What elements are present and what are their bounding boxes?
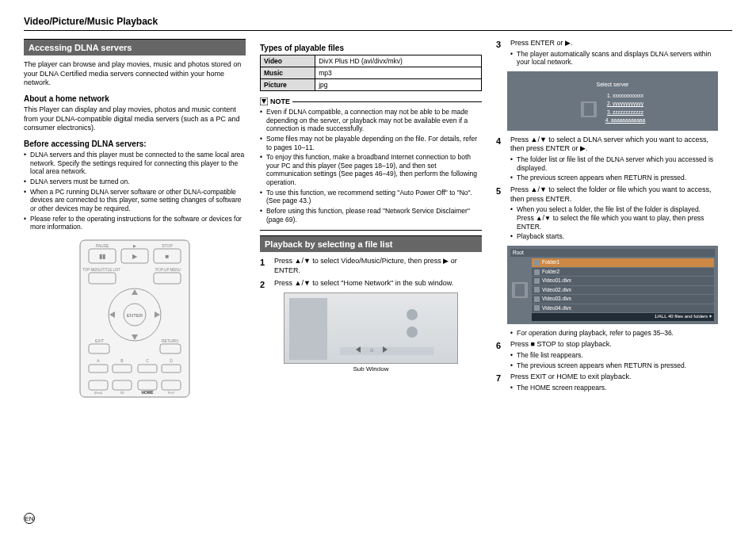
select-server-title: Select server xyxy=(512,81,713,88)
server-item: 3. zzzzzzzzzzzz xyxy=(605,109,646,116)
step-1-text: Press ▲/▼ to select Video/Music/Picture,… xyxy=(274,257,457,274)
svg-text:PAUSE: PAUSE xyxy=(96,243,109,248)
film-icon xyxy=(511,281,529,299)
svg-rect-0 xyxy=(80,240,189,397)
after-root: For operation during playback, refer to … xyxy=(510,329,718,338)
server-item: 1. xxxxxxxxxxxx xyxy=(605,93,646,99)
note-bullet: To use this function, we recommend setti… xyxy=(260,189,482,205)
note-bullets: Even if DLNA compatible, a connection ma… xyxy=(260,108,482,224)
step-1: Press ▲/▼ to select Video/Music/Picture,… xyxy=(260,257,482,275)
steps-continued: Press ENTER or ▶. The player automatical… xyxy=(496,39,718,392)
step6-sub: The previous screen appears when RETURN … xyxy=(510,361,718,370)
page-title: Video/Picture/Music Playback xyxy=(24,16,732,27)
step-4-text: Press ▲/▼ to select a DLNA server which … xyxy=(510,136,708,153)
svg-marker-43 xyxy=(383,346,388,353)
step-2-text: Press ▲/▼ to select "Home Network" in th… xyxy=(274,279,453,287)
step-4: Press ▲/▼ to select a DLNA server which … xyxy=(496,136,718,182)
svg-text:RETURN: RETURN xyxy=(162,338,178,343)
playback-steps: Press ▲/▼ to select Video/Music/Picture,… xyxy=(260,257,482,288)
sub-window-illustration: ⌂ xyxy=(284,292,458,364)
file-item: Video04.divx xyxy=(532,304,714,312)
step4-sub: The folder list or file list of the DLNA… xyxy=(510,155,718,172)
intro-text: The player can browse and play movies, m… xyxy=(24,60,246,88)
file-item: Video03.divx xyxy=(532,295,714,303)
divider xyxy=(260,230,482,231)
step-6-text: Press ■ STOP to stop playback. xyxy=(510,340,612,348)
types-key: Video xyxy=(261,55,315,67)
file-name: Folder1 xyxy=(542,259,559,266)
step4-sub: The previous screen appears when RETURN … xyxy=(510,174,718,182)
svg-marker-42 xyxy=(356,346,361,353)
file-item: Folder1 xyxy=(532,258,714,266)
film-icon xyxy=(580,101,598,118)
file-name: Video04.divx xyxy=(542,305,571,311)
column-1: Accessing DLNA servers The player can br… xyxy=(24,39,246,398)
step-5: Press ▲/▼ to select the folder or file w… xyxy=(496,185,718,337)
svg-text:(Red): (Red) xyxy=(94,391,103,395)
note-bullet: Before using this function, please read … xyxy=(260,207,482,224)
page-language-badge: EN xyxy=(24,513,35,524)
server-item: 4. aaaaaaaaaaaa xyxy=(605,117,646,124)
step-6: Press ■ STOP to stop playback. The file … xyxy=(496,340,718,369)
note-icon xyxy=(260,97,268,105)
svg-text:3D: 3D xyxy=(120,391,124,395)
column-3: Press ENTER or ▶. The player automatical… xyxy=(496,39,718,398)
before-bullet: When a PC running DLNA server software o… xyxy=(24,188,246,213)
svg-text:▶: ▶ xyxy=(132,253,138,260)
file-icon xyxy=(534,287,540,292)
note-bullet: Even if DLNA compatible, a connection ma… xyxy=(260,108,482,133)
step-3: Press ENTER or ▶. The player automatical… xyxy=(496,39,718,131)
note-header: NOTE xyxy=(260,97,482,105)
file-icon xyxy=(534,296,540,302)
file-icon xyxy=(534,305,540,311)
svg-text:STOP: STOP xyxy=(162,243,173,248)
svg-text:▮▮: ▮▮ xyxy=(99,253,105,260)
file-name: Video01.divx xyxy=(542,277,571,284)
svg-text:HOME: HOME xyxy=(142,390,155,395)
nav-arrows-icon: ⌂ xyxy=(356,346,388,353)
note-label: NOTE xyxy=(270,97,290,105)
subwin-caption: Sub Window xyxy=(260,365,482,373)
column-2: Types of playable files VideoDivX Plus H… xyxy=(260,39,482,398)
svg-text:D: D xyxy=(170,358,173,363)
step-7: Press EXIT or HOME to exit playback. The… xyxy=(496,373,718,392)
step6-sub: The file list reappears. xyxy=(510,351,718,360)
file-name: Folder2 xyxy=(542,269,559,275)
about-head: About a home network xyxy=(24,94,246,103)
file-item: Folder2 xyxy=(532,268,714,276)
svg-text:C: C xyxy=(146,358,149,363)
svg-rect-47 xyxy=(594,102,596,117)
file-icon xyxy=(534,278,540,284)
before-bullet: DLNA servers and this player must be con… xyxy=(24,151,246,176)
content-columns: Accessing DLNA servers The player can br… xyxy=(24,39,732,398)
file-footer: 1/ALL 40 files and folders ▾ xyxy=(532,313,714,321)
svg-text:EXIT: EXIT xyxy=(95,338,104,343)
before-bullet: Please refer to the operating instructio… xyxy=(24,215,246,231)
file-name: Video03.divx xyxy=(542,296,571,302)
step-5-text: Press ▲/▼ to select the folder or file w… xyxy=(510,185,711,203)
svg-text:POP-UP MENU: POP-UP MENU xyxy=(155,268,181,272)
before-bullet: DLNA servers must be turned on. xyxy=(24,178,246,186)
step5-sub: Playback starts. xyxy=(510,232,718,241)
step7-sub: The HOME screen reappears. xyxy=(510,384,718,392)
section-accessing-dlna: Accessing DLNA servers xyxy=(24,39,246,55)
types-val: mp3 xyxy=(315,67,482,79)
svg-text:PinP: PinP xyxy=(168,391,175,395)
note-bullet: Some files may not be playable depending… xyxy=(260,135,482,151)
header-rule xyxy=(24,30,732,31)
types-val: jpg xyxy=(315,79,482,91)
before-bullets: DLNA servers and this player must be con… xyxy=(24,151,246,231)
root-title: Root xyxy=(510,249,715,257)
svg-rect-46 xyxy=(582,102,584,117)
folder-icon xyxy=(534,260,540,266)
types-key: Music xyxy=(261,67,315,79)
svg-text:⌂: ⌂ xyxy=(370,347,373,353)
select-server-screen: Select server 1. xxxxxxxxxxxx 2. yyyyyyy… xyxy=(507,71,718,131)
root-filelist-screen: Root Folder1 Folder2 Video01.divx Video0… xyxy=(507,246,718,324)
file-item: Video02.divx xyxy=(532,286,714,294)
step-2: Press ▲/▼ to select "Home Network" in th… xyxy=(260,279,482,289)
server-item: 2. yyyyyyyyyyyy xyxy=(605,101,646,107)
svg-text:▶: ▶ xyxy=(133,243,136,248)
svg-text:■: ■ xyxy=(166,253,170,260)
svg-text:TOP MENU/TITLE LIST: TOP MENU/TITLE LIST xyxy=(82,268,120,272)
